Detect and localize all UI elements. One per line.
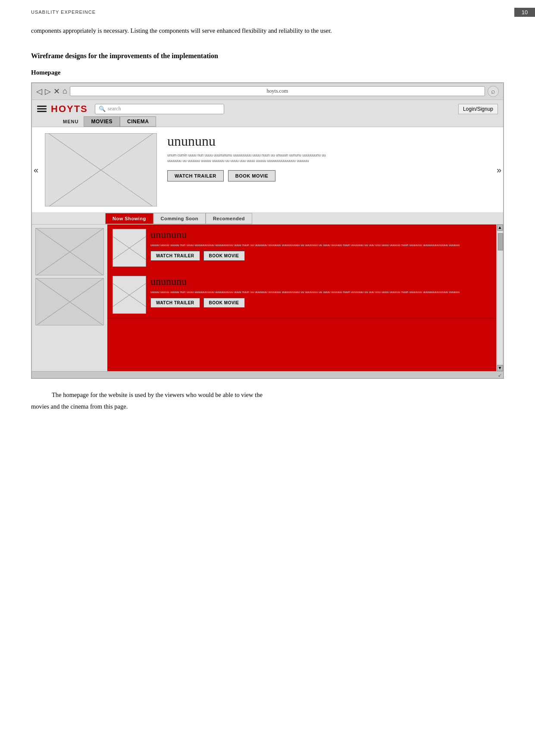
brand-logo: HOYTS [51,103,88,115]
movie-2-book-movie[interactable]: BOOK MOVIE [203,298,245,308]
hero-title: unununu [167,133,490,149]
forward-button[interactable]: ▷ [45,87,51,96]
browser-chrome: ◁ ▷ ✕ ⌂ hoyts.com ⌕ [32,83,503,100]
movie-card-2-buttons: WATCH TRAILER BOOK MOVIE [150,298,491,308]
hamburger-menu[interactable] [37,106,47,112]
movie-card-1: unununu uuuuu uuuuu uuuuu nun uuuu uuuuu… [107,225,496,272]
movie-thumb-1 [35,228,104,275]
movie-card-2: unununu uuuuu uuuuu uuuuu nun uuuu uuuuu… [107,272,496,319]
hero-section: « unununu unum cumin uuuu nun uuuu uuunu… [32,127,503,213]
wireframe-homepage: ◁ ▷ ✕ ⌂ hoyts.com ⌕ HOYTS 🔍 search Login… [31,82,504,379]
sub-heading: Homepage [31,69,504,76]
movie-card-2-info: unununu uuuuu uuuuu uuuuu nun uuuu uuuuu… [150,276,491,314]
movie-listing: unununu uuuuu uuuuu uuuuu nun uuuu uuuuu… [32,225,503,371]
movie-card-2-desc: uuuuu uuuuu uuuuu nun uuuu uuuuuuuuuuu u… [150,290,491,294]
site-navbar: HOYTS 🔍 search Login/Signup MENU MOVIES … [32,100,503,127]
url-bar[interactable]: hoyts.com [70,86,485,96]
book-movie-button[interactable]: BOOK MOVIE [228,170,276,181]
login-signup-button[interactable]: Login/Signup [458,104,498,114]
movie-card-1-desc: uuuuu uuuuu uuuuu nun uuuu uuuuuuuuuuu u… [150,243,491,247]
browser-search-icon[interactable]: ⌕ [488,86,499,97]
movie-card-1-title: unununu [150,229,491,241]
movie-card-1-info: unununu uuuuu uuuuu uuuuu nun uuuu uuuuu… [150,229,491,267]
cinema-tab[interactable]: CINEMA [120,116,156,127]
search-placeholder: search [108,106,121,112]
content-tabs: Now Showing Comming Soon Recomended [32,213,503,225]
movie-cards-area: unununu uuuuu uuuuu uuuuu nun uuuu uuuuu… [107,225,503,371]
resize-corner[interactable]: ↙ [32,371,503,378]
resize-icon: ↙ [498,372,502,378]
hero-description: unum cumin uuuu nun uuuu uuunununu uuuuu… [167,153,490,164]
hero-image-placeholder [45,133,157,206]
scrollbar-thumb[interactable] [498,233,503,250]
scrollbar-down-button[interactable]: ▼ [497,365,503,371]
document-header: USABILITY EXPEREINCE [31,9,96,15]
next-arrow[interactable]: » [497,165,501,175]
intro-paragraph: components appropriately is necessary. L… [31,25,504,37]
now-showing-tab[interactable]: Now Showing [105,213,153,224]
movie-1-book-movie[interactable]: BOOK MOVIE [203,251,245,261]
movie-thumb-2 [35,278,104,325]
watch-trailer-button[interactable]: WATCH TRAILER [167,170,224,181]
movies-tab[interactable]: MOVIES [84,116,120,127]
hero-content: unununu unum cumin uuuu nun uuuu uuununu… [161,127,503,212]
movie-1-watch-trailer[interactable]: WATCH TRAILER [150,251,200,261]
movie-cards-list: unununu uuuuu uuuuu uuuuu nun uuuu uuuuu… [107,225,496,371]
coming-soon-tab[interactable]: Comming Soon [153,213,206,224]
movie-card-2-title: unununu [150,276,491,287]
scrollbar-track [497,231,503,365]
prev-arrow[interactable]: « [34,165,38,175]
movie-thumbnail-column [32,225,107,371]
scrollbar: ▲ ▼ [496,225,503,371]
back-button[interactable]: ◁ [36,87,42,96]
search-icon: 🔍 [99,106,106,112]
scrollbar-up-button[interactable]: ▲ [497,225,503,231]
recommended-tab[interactable]: Recomended [206,213,252,224]
hero-buttons: WATCH TRAILER BOOK MOVIE [167,170,490,181]
movie-2-watch-trailer[interactable]: WATCH TRAILER [150,298,200,308]
movie-card-thumb-1 [113,229,146,267]
menu-label: MENU [63,119,78,124]
search-bar[interactable]: 🔍 search [95,104,224,114]
page-number: 10 [514,8,535,17]
home-button[interactable]: ⌂ [63,87,67,96]
close-button[interactable]: ✕ [53,87,60,96]
section-heading: Wireframe designs for the improvements o… [31,51,504,61]
movie-card-1-buttons: WATCH TRAILER BOOK MOVIE [150,251,491,261]
movie-card-thumb-2 [113,276,146,314]
bottom-paragraph: The homepage for the website is used by … [31,389,504,413]
